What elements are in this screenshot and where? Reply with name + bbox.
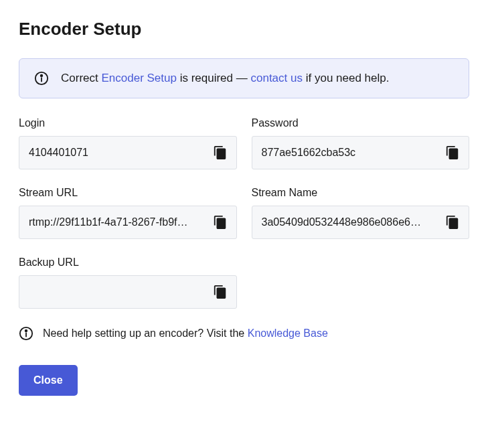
login-input[interactable]: 4104401071 [19, 136, 237, 169]
svg-point-1 [41, 75, 43, 77]
login-label: Login [19, 117, 237, 129]
alert-suffix: if you need help. [303, 72, 389, 84]
close-button[interactable]: Close [19, 365, 78, 396]
stream-url-value: rtmp://29f11b1f-4a71-8267-fb9f… [29, 216, 204, 228]
knowledge-base-link[interactable]: Knowledge Base [248, 327, 328, 339]
password-input[interactable]: 877ae51662cba53c [252, 136, 470, 169]
stream-name-input[interactable]: 3a05409d0532448e986e086e6… [252, 206, 470, 239]
copy-icon [445, 145, 460, 160]
setup-alert: Correct Encoder Setup is required — cont… [19, 58, 469, 98]
backup-url-label: Backup URL [19, 256, 237, 269]
stream-url-input[interactable]: rtmp://29f11b1f-4a71-8267-fb9f… [19, 206, 237, 239]
help-row: Need help setting up an encoder? Visit t… [19, 326, 469, 341]
contact-us-link[interactable]: contact us [250, 72, 303, 84]
alert-mid: is required — [177, 72, 251, 84]
copy-stream-name-button[interactable] [442, 212, 463, 233]
help-prefix: Need help setting up an encoder? Visit t… [43, 327, 248, 339]
password-label: Password [252, 117, 470, 129]
stream-name-label: Stream Name [252, 187, 470, 199]
alert-text: Correct Encoder Setup is required — cont… [61, 72, 389, 85]
password-value: 877ae51662cba53c [262, 147, 437, 159]
copy-icon [445, 215, 460, 230]
copy-icon [213, 285, 228, 299]
copy-login-button[interactable] [210, 142, 231, 163]
stream-url-field: Stream URL rtmp://29f11b1f-4a71-8267-fb9… [19, 187, 237, 239]
stream-name-field: Stream Name 3a05409d0532448e986e086e6… [252, 187, 470, 239]
copy-icon [213, 145, 228, 160]
encoder-setup-link[interactable]: Encoder Setup [101, 72, 176, 84]
copy-stream-url-button[interactable] [210, 212, 231, 233]
stream-name-value: 3a05409d0532448e986e086e6… [262, 216, 437, 228]
alert-prefix: Correct [61, 72, 101, 84]
help-text: Need help setting up an encoder? Visit t… [43, 327, 328, 340]
page-title: Encoder Setup [19, 19, 469, 40]
svg-point-4 [25, 330, 27, 332]
info-icon [19, 326, 33, 341]
copy-icon [213, 215, 228, 230]
info-icon [34, 71, 49, 86]
stream-url-label: Stream URL [19, 187, 237, 199]
copy-password-button[interactable] [442, 142, 463, 163]
copy-backup-url-button[interactable] [210, 281, 231, 303]
login-field: Login 4104401071 [19, 117, 237, 169]
login-value: 4104401071 [29, 147, 204, 159]
backup-url-field: Backup URL [19, 256, 237, 309]
password-field: Password 877ae51662cba53c [252, 117, 470, 169]
fields-grid: Login 4104401071 Password 877ae51662cba5… [19, 117, 469, 309]
backup-url-input[interactable] [19, 275, 237, 309]
